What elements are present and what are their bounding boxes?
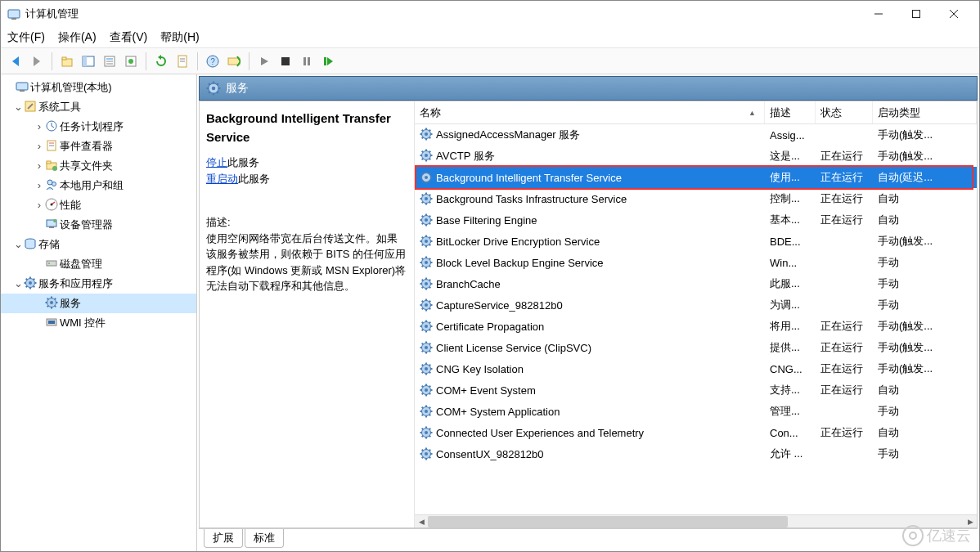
tree-node[interactable]: 服务 [1, 294, 196, 313]
restart-service-link[interactable]: 重启动 [206, 173, 238, 185]
service-icon [420, 384, 433, 397]
tree-expander-icon[interactable]: › [34, 195, 45, 215]
service-startup: 手动 [873, 404, 977, 419]
pause-service-button[interactable] [297, 52, 317, 71]
stop-service-button[interactable] [276, 52, 295, 71]
service-row[interactable]: CaptureService_982812b0为调...手动 [415, 294, 977, 316]
service-desc: Win... [765, 257, 816, 269]
service-name: CaptureService_982812b0 [436, 299, 563, 312]
forward-button[interactable] [27, 52, 47, 71]
restart-service-button[interactable] [318, 52, 338, 71]
service-name: BitLocker Drive Encryption Service [436, 236, 600, 248]
service-startup: 自动 [873, 425, 977, 440]
service-row[interactable]: Base Filtering Engine基本...正在运行自动 [415, 209, 977, 231]
tree-expander-icon[interactable]: ⌄ [12, 235, 24, 254]
titlebar: 计算机管理 [1, 1, 979, 27]
service-row[interactable]: Certificate Propagation将用...正在运行手动(触发... [415, 316, 977, 337]
tree-expander-icon[interactable]: › [34, 137, 45, 156]
tree-expander-icon[interactable]: › [34, 117, 45, 137]
maximize-button[interactable] [897, 2, 935, 25]
svg-rect-13 [913, 11, 920, 18]
properties-button[interactable] [100, 52, 119, 71]
service-row[interactable]: Block Level Backup Engine ServiceWin...手… [415, 252, 977, 273]
svg-rect-34 [308, 57, 310, 65]
menu-help[interactable]: 帮助(H) [160, 30, 199, 45]
back-button[interactable] [6, 52, 25, 71]
service-row[interactable]: Background Tasks Infrastructure Service控… [415, 188, 977, 209]
service-name: Block Level Backup Engine Service [436, 257, 604, 269]
service-icon [420, 171, 433, 184]
tree-node[interactable]: ⌄存储 [1, 235, 196, 254]
service-row[interactable]: ConsentUX_982812b0允许 ...手动 [415, 443, 977, 464]
svg-point-55 [48, 263, 50, 264]
service-icon [420, 277, 433, 290]
col-header-name[interactable]: 名称▲ [415, 101, 765, 123]
tree-node[interactable]: ›事件查看器 [1, 137, 196, 156]
tree-node[interactable]: ›性能 [1, 195, 196, 215]
scroll-thumb[interactable] [428, 516, 788, 527]
refresh-button[interactable] [151, 52, 171, 71]
tree-expander-icon[interactable]: ⌄ [12, 274, 24, 294]
service-row[interactable]: COM+ Event System支持...正在运行自动 [415, 379, 977, 401]
service-desc: 为调... [765, 298, 816, 312]
tree-node[interactable]: 计算机管理(本地) [1, 78, 196, 97]
service-row[interactable]: Client License Service (ClipSVC)提供...正在运… [415, 337, 977, 358]
service-row[interactable]: BitLocker Drive Encryption ServiceBDE...… [415, 231, 977, 252]
service-desc: 允许 ... [765, 447, 816, 461]
col-header-startup[interactable]: 启动类型 [873, 101, 977, 123]
tree-node[interactable]: ⌄服务和应用程序 [1, 274, 196, 294]
start-service-button[interactable] [254, 52, 274, 71]
export-list-button[interactable] [173, 52, 192, 71]
stop-service-link[interactable]: 停止 [206, 156, 227, 168]
col-header-status[interactable]: 状态 [816, 101, 873, 123]
service-name: Connected User Experiences and Telemetry [436, 427, 644, 439]
task-icon [45, 119, 58, 132]
service-row[interactable]: AVCTP 服务这是...正在运行手动(触发... [415, 146, 977, 167]
service-row[interactable]: Background Intelligent Transfer Service使… [415, 167, 977, 188]
tree-expander-icon[interactable]: › [34, 176, 45, 195]
service-row[interactable]: Connected User Experiences and Telemetry… [415, 422, 977, 443]
up-button[interactable] [57, 52, 77, 71]
gear-icon [45, 296, 58, 309]
tree-expander-icon[interactable]: ⌄ [12, 97, 24, 117]
service-icon [420, 447, 433, 460]
service-row[interactable]: BranchCache此服...手动 [415, 273, 977, 294]
service-status: 正在运行 [816, 191, 873, 206]
tab-standard[interactable]: 标准 [245, 529, 284, 548]
app-icon [7, 7, 20, 20]
tree-node[interactable]: ›本地用户和组 [1, 176, 196, 195]
service-startup: 手动 [873, 447, 977, 461]
col-header-desc[interactable]: 描述 [765, 101, 816, 123]
service-name: CNG Key Isolation [436, 363, 524, 375]
tree-node[interactable]: ›任务计划程序 [1, 117, 196, 137]
tree-node-label: 计算机管理(本地) [30, 81, 112, 93]
service-row[interactable]: COM+ System Application管理...手动 [415, 401, 977, 422]
service-row[interactable]: AssignedAccessManager 服务Assig...手动(触发... [415, 124, 977, 146]
tree-node[interactable]: ⌄系统工具 [1, 97, 196, 117]
tree-node[interactable]: ›共享文件夹 [1, 156, 196, 176]
menu-view[interactable]: 查看(V) [110, 30, 148, 45]
scroll-left-icon[interactable]: ◀ [415, 515, 428, 527]
tree-node[interactable]: 磁盘管理 [1, 254, 196, 274]
help-button[interactable]: ? [203, 52, 223, 71]
tree-node[interactable]: 设备管理器 [1, 215, 196, 235]
service-name: AVCTP 服务 [436, 150, 495, 162]
service-desc: 支持... [765, 383, 816, 397]
tab-extended[interactable]: 扩展 [204, 529, 243, 548]
service-startup: 手动(触发... [873, 234, 977, 249]
menu-action[interactable]: 操作(A) [58, 30, 97, 45]
service-row[interactable]: CNG Key IsolationCNG...正在运行手动(触发... [415, 358, 977, 379]
tree-expander-icon[interactable]: › [34, 156, 45, 176]
connect-button[interactable] [224, 52, 244, 71]
tree-node-label: 服务 [60, 297, 81, 309]
shared-icon [45, 159, 58, 172]
menu-file[interactable]: 文件(F) [7, 30, 45, 45]
show-hide-tree-button[interactable] [79, 52, 98, 71]
horizontal-scrollbar[interactable]: ◀ ▶ [415, 514, 977, 527]
close-button[interactable] [935, 2, 973, 25]
tree-node-label: WMI 控件 [60, 316, 106, 329]
minimize-button[interactable] [860, 2, 897, 25]
export-button[interactable] [121, 52, 141, 71]
list-pane: 名称▲ 描述 状态 启动类型 AssignedAccessManager 服务A… [414, 101, 977, 527]
tree-node[interactable]: WMI 控件 [1, 313, 196, 333]
